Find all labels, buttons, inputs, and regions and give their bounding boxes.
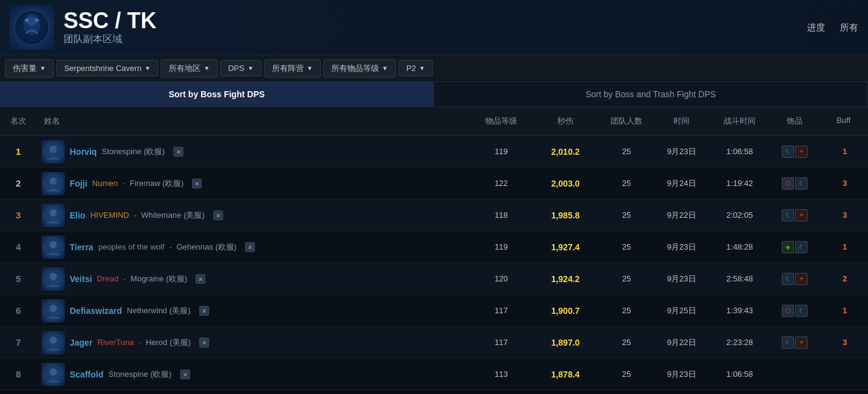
col-ilvl: 物品等级 [471, 112, 532, 130]
buff-count-cell: 1 [822, 143, 868, 160]
guild-server: Dread - Mograine (欧服) [97, 273, 187, 284]
guild-server: Netherwind (美服) [127, 305, 191, 316]
dps-cell: 2,003.0 [532, 175, 599, 192]
buff-icons: ☾✦ [775, 209, 814, 221]
filter-role[interactable]: DPS ▼ [220, 60, 262, 76]
table-row: 6 Defiaswizard Netherwind (美服) ✕ 117 1,9… [0, 295, 868, 327]
player-name[interactable]: Veitsi [70, 274, 92, 284]
buff-count-cell: 2 [822, 270, 868, 287]
ilvl-cell: 119 [471, 143, 532, 160]
log-link-icon[interactable]: ✕ [199, 306, 209, 316]
raid-size-cell: 25 [599, 366, 654, 382]
gem-buff-icon: ◆ [782, 241, 794, 253]
col-rank: 名次 [0, 112, 37, 130]
filter-region[interactable]: 所有地区 ▼ [161, 59, 218, 78]
guild-server: Stonespine (欧服) [101, 146, 164, 157]
nav-progress[interactable]: 进度 [807, 21, 825, 33]
filter-dungeon[interactable]: Serpentshrine Cavern ▼ [56, 60, 158, 76]
moon-buff-icon: ☾ [795, 241, 807, 253]
guild-name: RiverTuna [97, 338, 133, 347]
player-cell: Elio HIVEMIND - Whitemane (美服) ✕ [37, 200, 471, 231]
tab-all-dps[interactable]: Sort by Boss and Trash Fight DPS [434, 82, 868, 106]
rank-cell: 3 [0, 206, 37, 224]
buff-count-cell: 3 [822, 207, 868, 223]
dps-cell: 1,927.4 [532, 239, 599, 256]
avatar [42, 299, 65, 322]
raid-size-cell: 25 [599, 175, 654, 191]
dps-cell: 1,924.2 [532, 270, 599, 288]
buff-icons: ☾✦ [775, 336, 814, 349]
log-link-icon[interactable]: ✕ [174, 147, 183, 157]
rank-cell: 2 [0, 174, 37, 192]
dps-cell: 1,897.0 [532, 334, 599, 351]
log-link-icon[interactable]: ✕ [213, 210, 223, 220]
avatar [42, 140, 65, 163]
log-link-icon[interactable]: ✕ [192, 179, 202, 188]
moon-buff-icon: ☾ [782, 273, 794, 285]
col-buffs: 饰品 [770, 112, 819, 130]
sort-tabs: Sort by Boss Fight DPS Sort by Boss and … [0, 82, 868, 107]
col-date: 时间 [654, 112, 709, 130]
guild-server: peoples of the wolf - Gehennas (欧服) [98, 242, 237, 253]
dps-cell: 1,900.7 [532, 302, 599, 319]
nav-all[interactable]: 所有 [840, 21, 858, 33]
chevron-down-icon: ▼ [419, 65, 425, 72]
avatar [42, 363, 65, 386]
avatar [42, 331, 65, 354]
table-row: 4 Tierra peoples of the wolf - Gehennas … [0, 231, 868, 263]
buff-count-cell: 3 [822, 175, 868, 191]
buff-icons-cell: ⬡☾ [770, 301, 819, 321]
player-name[interactable]: Elio [70, 210, 86, 220]
guild-server: Stonespine (欧服) [108, 369, 171, 380]
raid-size-cell: 25 [599, 239, 654, 255]
chevron-down-icon: ▼ [204, 65, 210, 72]
date-cell: 9月22日 [654, 206, 709, 225]
buff-icons: ☾✦ [775, 146, 814, 158]
filter-bar: 伤害量 ▼ Serpentshrine Cavern ▼ 所有地区 ▼ DPS … [0, 55, 868, 82]
player-name[interactable]: Fojji [70, 179, 87, 188]
filter-phase[interactable]: P2 ▼ [399, 60, 433, 76]
server-name: Stonespine (欧服) [101, 147, 164, 156]
player-name[interactable]: Tierra [70, 242, 94, 252]
player-name[interactable]: Jager [70, 338, 92, 348]
player-name[interactable]: Horviq [70, 147, 97, 157]
chevron-down-icon: ▼ [40, 65, 46, 72]
dps-cell: 1,878.4 [532, 366, 599, 383]
dps-cell: 2,010.2 [532, 143, 599, 160]
moon-buff-icon: ☾ [795, 177, 807, 190]
date-cell: 9月24日 [654, 174, 709, 193]
rank-cell: 1 [0, 143, 37, 160]
svg-point-2 [27, 17, 37, 26]
server-name: Gehennas (欧服) [177, 242, 237, 251]
player-name[interactable]: Scaffold [70, 370, 103, 379]
paw-buff-icon: ✦ [795, 209, 807, 221]
chevron-down-icon: ▼ [307, 65, 313, 72]
fight-time-cell: 1:06:58 [709, 366, 770, 382]
avatar [42, 172, 65, 195]
filter-faction[interactable]: 所有阵营 ▼ [264, 59, 321, 78]
fight-time-cell: 1:06:58 [709, 143, 770, 160]
svg-point-20 [50, 368, 57, 376]
svg-point-4 [35, 18, 39, 22]
log-link-icon[interactable]: ✕ [180, 370, 190, 379]
table-row: 3 Elio HIVEMIND - Whitemane (美服) ✕ 118 1… [0, 199, 868, 231]
log-link-icon[interactable]: ✕ [199, 338, 209, 348]
fight-time-cell: 2:58:48 [709, 270, 770, 287]
player-cell: Scaffold Stonespine (欧服) ✕ [37, 359, 471, 390]
player-name[interactable]: Defiaswizard [70, 306, 122, 316]
rank-cell: 7 [0, 333, 37, 351]
log-link-icon[interactable]: ✕ [245, 242, 255, 252]
tab-boss-dps[interactable]: Sort by Boss Fight DPS [0, 82, 434, 106]
table-row: 1 Horviq Stonespine (欧服) ✕ 119 2,010.2 2… [0, 136, 868, 168]
log-link-icon[interactable]: ✕ [196, 274, 205, 284]
player-cell: Jager RiverTuna - Herod (美服) ✕ [37, 327, 471, 358]
filter-ilvl[interactable]: 所有物品等级 ▼ [323, 59, 396, 78]
date-cell: 9月22日 [654, 333, 709, 352]
buff-icons-cell: ☾✦ [770, 269, 819, 289]
server-name: Herod (美服) [145, 338, 191, 347]
fight-time-cell: 2:02:05 [709, 207, 770, 223]
leaderboard-table: 1 Horviq Stonespine (欧服) ✕ 119 2,010.2 2… [0, 136, 868, 390]
rank-cell: 6 [0, 302, 37, 319]
filter-damage[interactable]: 伤害量 ▼ [5, 59, 54, 78]
avatar [42, 204, 65, 227]
